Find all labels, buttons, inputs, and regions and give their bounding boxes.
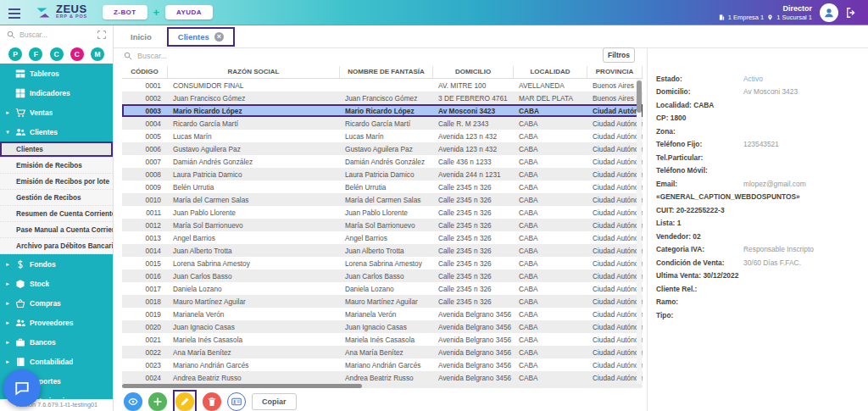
table-cell: Angel Barrios xyxy=(168,234,340,242)
table-cell: CABA xyxy=(514,259,587,268)
column-header-codigo[interactable]: CÓDIGO xyxy=(122,66,168,78)
sidebar-subitem-emision-de-recibos[interactable]: Emisión de Recibos xyxy=(0,158,113,174)
zeus-logo-icon xyxy=(34,4,53,21)
table-cell: Daniela Lozano xyxy=(168,285,340,293)
sidebar-item-tableros[interactable]: Tableros xyxy=(0,64,113,83)
sidebar-item-stock[interactable]: ▸Stock xyxy=(0,274,113,293)
scrollbar-thumb[interactable] xyxy=(637,81,642,113)
detail-label: Email: xyxy=(656,180,743,188)
table-row[interactable]: 0008Laura Patricia DamicoLaura Patricia … xyxy=(122,168,643,181)
sidebar-item-bancos[interactable]: ▸Bancos xyxy=(0,332,113,352)
table-search xyxy=(124,52,290,60)
table-row[interactable]: 0022Ana María BenítezAna María BenítezAv… xyxy=(122,346,643,358)
avatar[interactable] xyxy=(820,3,838,22)
table-row[interactable]: 0011Juan Pablo LlorenteJuan Pablo Lloren… xyxy=(122,206,643,219)
filters-button[interactable]: Filtros xyxy=(603,47,635,63)
add-button[interactable] xyxy=(148,392,167,411)
table-row[interactable]: 0009Belén UrrutiaBelén UrrutiaCalle 2345… xyxy=(122,181,643,193)
delete-button[interactable] xyxy=(203,392,221,411)
column-header-nombre-de-fantasia[interactable]: NOMBRE DE FANTASÍA xyxy=(340,66,433,78)
menu-icon[interactable] xyxy=(8,7,21,19)
table-row[interactable]: 0005Lucas MarínLucas MarínAvenida 123 n … xyxy=(122,130,643,142)
table-cell: Angel Barrios xyxy=(340,234,433,242)
chevron-right-icon: ▸ xyxy=(4,109,11,116)
table-row[interactable]: 0020Juan Ignacio CasasJuan Ignacio Casas… xyxy=(122,320,643,333)
sidebar-item-contabilidad[interactable]: ▸Contabilidad xyxy=(0,352,113,371)
chevron-right-icon: ▸ xyxy=(4,358,11,365)
sidebar-item-fondos[interactable]: ▸Fondos xyxy=(0,254,113,274)
column-header-localidad[interactable]: LOCALIDAD xyxy=(514,66,587,78)
badge-c[interactable]: C xyxy=(70,47,84,61)
table-row[interactable]: 0010María del Carmen SalasMaría del Carm… xyxy=(122,193,643,206)
table-row[interactable]: 0003Mario Ricardo LópezMario Ricardo Lóp… xyxy=(122,104,643,117)
logout-icon[interactable] xyxy=(846,7,858,19)
sidebar-subitem-pase-manual-a-cuenta-corriente[interactable]: Pase Manual a Cuenta Corriente xyxy=(0,222,113,238)
detail-value: Av Mosconi 3423 xyxy=(743,87,798,96)
sidebar-item-proveedores[interactable]: ▸Proveedores xyxy=(0,313,113,332)
badge-f[interactable]: F xyxy=(29,47,42,61)
vertical-scrollbar[interactable] xyxy=(637,79,642,384)
sidebar-item-indicadores[interactable]: Indicadores xyxy=(0,83,113,103)
table-cell: CABA xyxy=(514,221,587,230)
copy-button[interactable]: Copiar xyxy=(252,393,297,410)
table-row[interactable]: 0001CONSUMIDOR FINALAV. MITRE 100AVELLAN… xyxy=(122,79,643,92)
table-row[interactable]: 0006Gustavo Aguilera PazGustavo Aguilera… xyxy=(122,142,643,155)
table-search-input[interactable] xyxy=(137,52,290,60)
chat-button[interactable] xyxy=(3,369,41,407)
column-header-provincia[interactable]: PROVINCIA xyxy=(587,66,643,78)
sidebar-item-clientes[interactable]: ▾Clientes xyxy=(0,122,113,142)
table-row[interactable]: 0012María Sol BarrionuevoMaría Sol Barri… xyxy=(122,219,643,231)
sidebar-subitem-clientes[interactable]: Clientes xyxy=(0,142,113,158)
view-button[interactable] xyxy=(124,392,142,411)
sidebar-subitem-resumen-de-cuenta-corriente[interactable]: Resumen de Cuenta Corriente xyxy=(0,206,113,222)
column-header-razon-social[interactable]: RAZÓN SOCIAL xyxy=(168,66,340,78)
sidebar-item-ventas[interactable]: ▸Ventas xyxy=(0,103,113,122)
sidebar-item-label: Tableros xyxy=(30,69,59,78)
book-icon xyxy=(15,357,25,367)
badge-c[interactable]: C xyxy=(50,47,64,61)
table-row[interactable]: 0017Daniela LozanoDaniela LozanoCalle 23… xyxy=(122,282,643,295)
table-row[interactable]: 0024Andrea Beatriz RussoAndrea Beatriz R… xyxy=(122,371,643,384)
sidebar-subitem-emision-de-recibos-por-lote[interactable]: Emisión de Recibos por lote xyxy=(0,174,113,190)
sidebar-item-label: Compras xyxy=(30,299,61,308)
sidebar-item-compras[interactable]: ▸Compras xyxy=(0,293,113,313)
table-row[interactable]: 0004Ricardo García MartíRicardo García M… xyxy=(122,117,643,130)
scrollbar-thumb[interactable] xyxy=(122,384,362,388)
table-row[interactable]: 0016Juan Carlos BassoJuan Carlos BassoCa… xyxy=(122,269,643,282)
table-cell: 3 DE FEBRERO 4761 xyxy=(433,94,514,103)
table-row[interactable]: 0018Mauro Martínez AguilarMauro Martínez… xyxy=(122,295,643,308)
table-row[interactable]: 0015Lorena Sabrina AmestoyLorena Sabrina… xyxy=(122,257,643,269)
table-row[interactable]: 0019Marianela VerónMarianela VerónAvenid… xyxy=(122,308,643,320)
column-header-domicilio[interactable]: DOMICILIO xyxy=(433,66,514,78)
horizontal-scrollbar[interactable] xyxy=(122,384,643,388)
plus-icon[interactable]: + xyxy=(153,6,160,19)
id-card-button[interactable] xyxy=(227,392,246,411)
detail-row: Ultima Venta: 30/12/2022 xyxy=(656,269,863,283)
table-row[interactable]: 0023Mariano Andrián GarcésMariano Andriá… xyxy=(122,358,643,371)
detail-label: Tipo: xyxy=(656,311,743,319)
ayuda-button[interactable]: AYUDA xyxy=(165,5,213,19)
sidebar-subitem-archivo-para-debitos-bancarios[interactable]: Archivo para Débitos Bancarios xyxy=(0,238,113,254)
table-body: 0001CONSUMIDOR FINALAV. MITRE 100AVELLAN… xyxy=(122,79,643,384)
tab-clientes[interactable]: Clientes× xyxy=(167,27,235,47)
badge-m[interactable]: M xyxy=(91,47,104,61)
badge-row: PFCCM xyxy=(0,44,113,64)
sidebar-search-input[interactable] xyxy=(19,31,81,39)
table-row[interactable]: 0013Angel BarriosAngel BarriosCalle 2345… xyxy=(122,231,643,244)
detail-label: Localidad: CABA xyxy=(656,101,743,109)
tab-inicio[interactable]: Inicio xyxy=(119,28,164,46)
close-icon[interactable]: × xyxy=(214,32,224,42)
table-row[interactable]: 0014Juan Alberto TrottaJuan Alberto Trot… xyxy=(122,244,643,257)
badge-p[interactable]: P xyxy=(8,47,22,61)
table-cell: CABA xyxy=(514,323,587,331)
expand-icon[interactable] xyxy=(97,31,106,39)
zbot-button[interactable]: Z-BOT xyxy=(103,5,147,19)
sidebar-subitem-gestion-de-recibos[interactable]: Gestión de Recibos xyxy=(0,190,113,206)
edit-button[interactable] xyxy=(175,392,194,411)
table-cell: CABA xyxy=(514,285,587,293)
table-row[interactable]: 0002Juan Francisco GómezJuan Francisco G… xyxy=(122,92,643,104)
table-cell: Juan Carlos Basso xyxy=(340,272,433,280)
sidebar-item-label: Clientes xyxy=(30,128,58,136)
table-row[interactable]: 0021Mariela Inés CasasolaMariela Inés Ca… xyxy=(122,333,643,346)
table-row[interactable]: 0007Damián Andrés GonzálezDamián Andrés … xyxy=(122,155,643,168)
